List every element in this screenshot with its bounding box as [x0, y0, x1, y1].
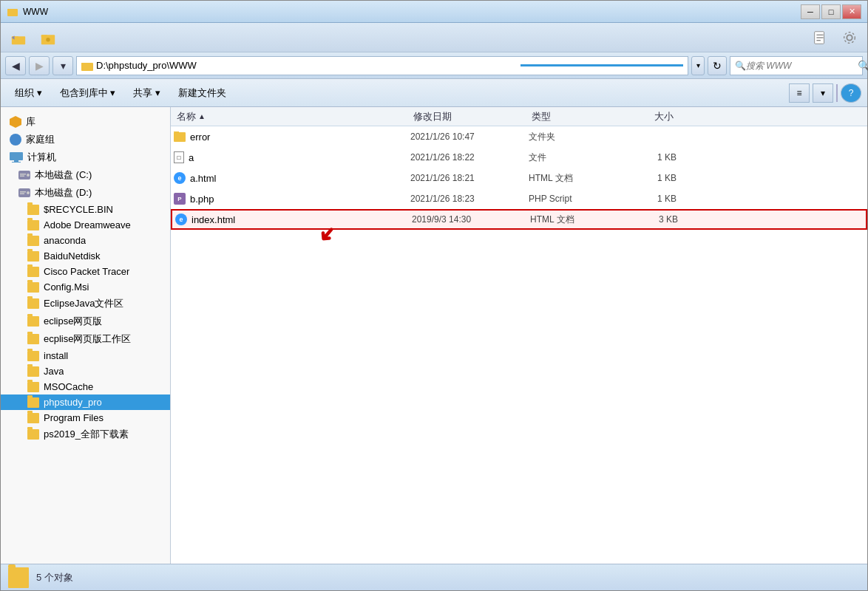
sidebar-disk-c-label: 本地磁盘 (C:)	[35, 168, 92, 182]
share-button[interactable]: 共享 ▾	[125, 83, 169, 103]
folder-icon-5	[27, 282, 39, 293]
sidebar-item-ps2019[interactable]: ps2019_全部下载素	[1, 426, 170, 443]
sidebar-item-programfiles[interactable]: Program Files	[1, 410, 170, 426]
properties-icon[interactable]	[808, 26, 832, 49]
sidebar-item-label-13: Program Files	[44, 412, 104, 423]
sidebar-item-label-8: ecplise网页版工作区	[44, 332, 131, 346]
computer-icon	[10, 152, 23, 163]
search-input[interactable]	[746, 61, 858, 71]
sort-arrow-name: ▲	[198, 112, 206, 120]
sidebar-item-configmsi[interactable]: Config.Msi	[1, 279, 170, 295]
back-folder-icon[interactable]	[7, 26, 30, 49]
column-size-header[interactable]: 大小	[617, 110, 677, 123]
file-row-0[interactable]: error2021/1/26 10:47文件夹	[171, 126, 867, 147]
help-button[interactable]: ?	[841, 83, 861, 103]
file-list: 名称 ▲ 修改日期 类型 大小 error2021/1/26 10:47文件夹□…	[171, 107, 867, 564]
sidebar-item-disk-c[interactable]: 本地磁盘 (C:)	[1, 166, 170, 184]
status-bar: 5 个对象	[1, 564, 867, 590]
sidebar-item-adobedreamweave[interactable]: Adobe Dreamweave	[1, 217, 170, 233]
svg-point-12	[847, 35, 852, 40]
folder-icon-6	[27, 298, 39, 309]
library-icon	[10, 116, 21, 128]
maximize-button[interactable]: □	[821, 4, 841, 19]
sidebar-item-label-5: Config.Msi	[44, 281, 89, 293]
file-row-1[interactable]: □a2021/1/26 18:22文件1 KB	[171, 147, 867, 168]
file-size-4: 3 KB	[619, 214, 678, 225]
sidebar-item-label-6: EclipseJava文件区	[44, 297, 123, 310]
file-date-1: 2021/1/26 18:22	[410, 152, 529, 163]
organize-button[interactable]: 组织 ▾	[7, 83, 50, 103]
file-name-2: a.html	[190, 173, 216, 184]
minimize-button[interactable]: ─	[801, 4, 820, 19]
file-row-4[interactable]: eindex.html2019/9/3 14:30HTML 文档3 KB	[171, 209, 867, 230]
svg-rect-21	[20, 174, 26, 175]
settings-icon[interactable]	[838, 26, 861, 49]
sidebar-item-computer[interactable]: 计算机	[1, 148, 170, 166]
folder-icon-9	[27, 351, 39, 361]
sidebar-item-phpstudypro[interactable]: phpstudy_pro	[1, 394, 170, 410]
new-folder-button[interactable]: 新建文件夹	[170, 83, 234, 103]
file-type-3: PHP Script	[529, 194, 617, 204]
file-date-0: 2021/1/26 10:47	[410, 131, 529, 142]
folder-icon-10	[27, 366, 39, 377]
column-date-header[interactable]: 修改日期	[410, 110, 529, 123]
title-bar-buttons: ─ □ ✕	[801, 4, 861, 19]
svg-point-13	[844, 32, 855, 43]
sidebar-item-baidunetdisk[interactable]: BaiduNetdisk	[1, 248, 170, 264]
svg-point-7	[46, 38, 50, 42]
folder-icon-top[interactable]	[36, 26, 60, 49]
back-button[interactable]: ◀	[5, 56, 26, 75]
sidebar-item-label-11: MSOCache	[44, 381, 93, 392]
sidebar-item-java[interactable]: Java	[1, 363, 170, 379]
include-library-button[interactable]: 包含到库中 ▾	[52, 83, 124, 103]
sidebar-computer-label: 计算机	[27, 151, 56, 164]
sidebar-library-label: 库	[26, 115, 35, 129]
svg-rect-22	[20, 176, 24, 177]
folder-icon-13	[27, 413, 39, 423]
file-row-3[interactable]: Pb.php2021/1/26 18:23PHP Script1 KB	[171, 188, 867, 209]
sidebar-item-ecplise[interactable]: ecplise网页版工作区	[1, 330, 170, 348]
refresh-button[interactable]: ↻	[708, 56, 727, 75]
svg-rect-1	[7, 9, 12, 11]
close-button[interactable]: ✕	[842, 4, 861, 19]
column-header: 名称 ▲ 修改日期 类型 大小	[171, 107, 867, 126]
file-size-3: 1 KB	[617, 194, 677, 204]
sidebar-item-homegroup[interactable]: 家庭组	[1, 131, 170, 148]
file-date-2: 2021/1/26 18:21	[410, 173, 529, 183]
file-type-2: HTML 文档	[529, 172, 617, 185]
file-row-2[interactable]: ea.html2021/1/26 18:21HTML 文档1 KB	[171, 168, 867, 188]
sidebar-item-anaconda[interactable]: anaconda	[1, 233, 170, 248]
file-name-4: index.html	[191, 214, 235, 225]
sidebar-item-eclipsejava[interactable]: EclipseJava文件区	[1, 295, 170, 312]
svg-rect-15	[81, 63, 87, 65]
file-icon-1: □	[174, 151, 184, 163]
search-submit-icon[interactable]: 🔍	[858, 60, 868, 72]
address-dropdown-button[interactable]: ▾	[691, 56, 705, 75]
svg-point-20	[27, 174, 30, 177]
disk-c-icon	[18, 171, 30, 180]
sidebar-d-items-container: $RECYCLE.BINAdobe DreamweaveanacondaBaid…	[1, 202, 170, 443]
back-icon	[10, 30, 27, 46]
recent-locations-button[interactable]: ▾	[52, 56, 73, 75]
address-bar-row: ◀ ▶ ▾ ▾ ↻ 🔍 🔍	[1, 52, 867, 79]
explorer-window: WWW ─ □ ✕	[0, 0, 868, 591]
status-folder-icon	[8, 567, 29, 588]
svg-point-24	[27, 191, 30, 194]
sidebar-item-install[interactable]: install	[1, 348, 170, 363]
sidebar-item-eclipse[interactable]: eclipse网页版	[1, 312, 170, 330]
view-options-button[interactable]: ▾	[813, 83, 833, 103]
column-type-header[interactable]: 类型	[529, 110, 617, 123]
forward-button[interactable]: ▶	[29, 56, 50, 75]
view-details-button[interactable]: ≡	[789, 83, 810, 103]
file-size-2: 1 KB	[617, 173, 677, 183]
address-input[interactable]	[96, 60, 518, 71]
sidebar-item-msocache[interactable]: MSOCache	[1, 379, 170, 394]
address-box[interactable]	[76, 56, 688, 75]
sidebar-item-label-3: BaiduNetdisk	[44, 250, 101, 262]
search-box[interactable]: 🔍 🔍	[730, 56, 863, 75]
sidebar-item-recyclebin[interactable]: $RECYCLE.BIN	[1, 202, 170, 217]
sidebar-item-library[interactable]: 库	[1, 113, 170, 131]
column-name-header[interactable]: 名称 ▲	[174, 110, 410, 123]
sidebar-item-ciscopackettracer[interactable]: Cisco Packet Tracer	[1, 264, 170, 279]
sidebar-item-disk-d[interactable]: 本地磁盘 (D:)	[1, 184, 170, 202]
